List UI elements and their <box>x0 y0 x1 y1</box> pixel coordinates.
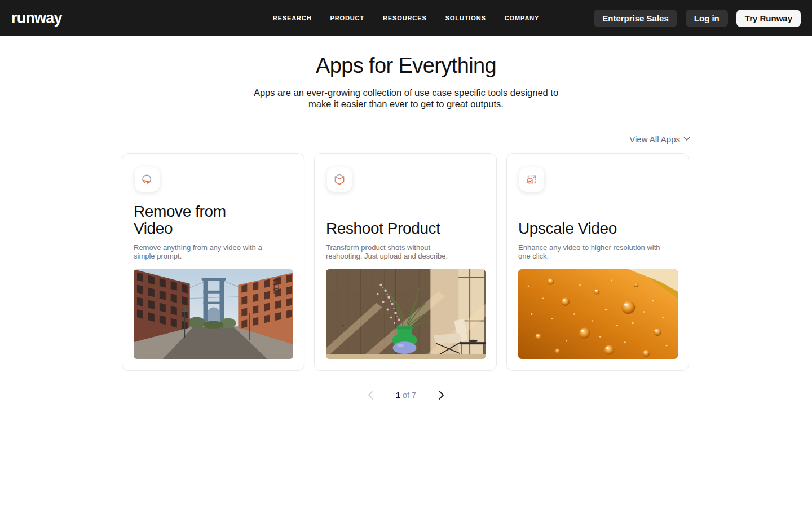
card-title: Reshoot Product <box>326 220 461 237</box>
chevron-right-icon <box>438 390 444 400</box>
product-cube-icon <box>327 167 352 192</box>
top-navbar: runway RESEARCH PRODUCT RESOURCES SOLUTI… <box>0 0 812 36</box>
current-page: 1 <box>396 391 400 400</box>
page-indicator: 1 of 7 <box>396 391 416 400</box>
nav-item-company[interactable]: COMPANY <box>505 15 540 21</box>
card-description: Enhance any video to higher resolution w… <box>518 243 660 261</box>
page-title: Apps for Everything <box>0 54 812 78</box>
next-page-button[interactable] <box>433 387 449 403</box>
prev-page-button[interactable] <box>363 387 379 403</box>
try-runway-button[interactable]: Try Runway <box>736 10 801 27</box>
chevron-left-icon <box>368 390 374 400</box>
chevron-down-icon <box>683 137 690 141</box>
runway-logo[interactable]: runway <box>11 11 62 26</box>
nav-item-solutions[interactable]: SOLUTIONS <box>445 15 486 21</box>
street-manhattan-bridge-photo <box>134 269 293 359</box>
view-all-apps-label: View All Apps <box>629 134 680 144</box>
card-description: Transform product shots without reshooti… <box>326 243 468 261</box>
page-subtitle: Apps are an ever-growing collection of u… <box>241 87 571 110</box>
nav-item-resources[interactable]: RESOURCES <box>383 15 427 21</box>
card-title: Upscale Video <box>518 220 654 237</box>
card-description: Remove anything from any video with a si… <box>134 243 276 261</box>
upscale-image-icon <box>519 167 544 192</box>
main-nav: RESEARCH PRODUCT RESOURCES SOLUTIONS COM… <box>273 15 540 21</box>
nav-actions: Enterprise Sales Log in Try Runway <box>594 10 801 27</box>
app-card-reshoot-product[interactable]: Reshoot Product Transform product shots … <box>314 153 497 371</box>
enterprise-sales-button[interactable]: Enterprise Sales <box>594 10 677 27</box>
card-title: Remove from Video <box>134 203 269 237</box>
page-total: of 7 <box>403 391 416 400</box>
carousel-pagination: 1 of 7 <box>122 387 690 403</box>
hero-section: Apps for Everything Apps are an ever-gro… <box>0 54 812 110</box>
app-card-remove-from-video[interactable]: Remove from Video Remove anything from a… <box>122 153 304 371</box>
nav-item-research[interactable]: RESEARCH <box>273 15 312 21</box>
app-card-upscale-video[interactable]: Upscale Video Enhance any video to highe… <box>506 153 689 371</box>
view-all-apps-link[interactable]: View All Apps <box>629 134 690 144</box>
nav-item-product[interactable]: PRODUCT <box>330 15 364 21</box>
apps-content: View All Apps Remove from Video Remove a… <box>122 134 690 403</box>
orange-macro-droplets-photo <box>518 269 678 359</box>
app-cards-row: Remove from Video Remove anything from a… <box>122 153 690 371</box>
interior-vase-flowers-photo <box>326 269 486 359</box>
login-button[interactable]: Log in <box>686 10 728 27</box>
remove-cursor-icon <box>135 167 160 192</box>
